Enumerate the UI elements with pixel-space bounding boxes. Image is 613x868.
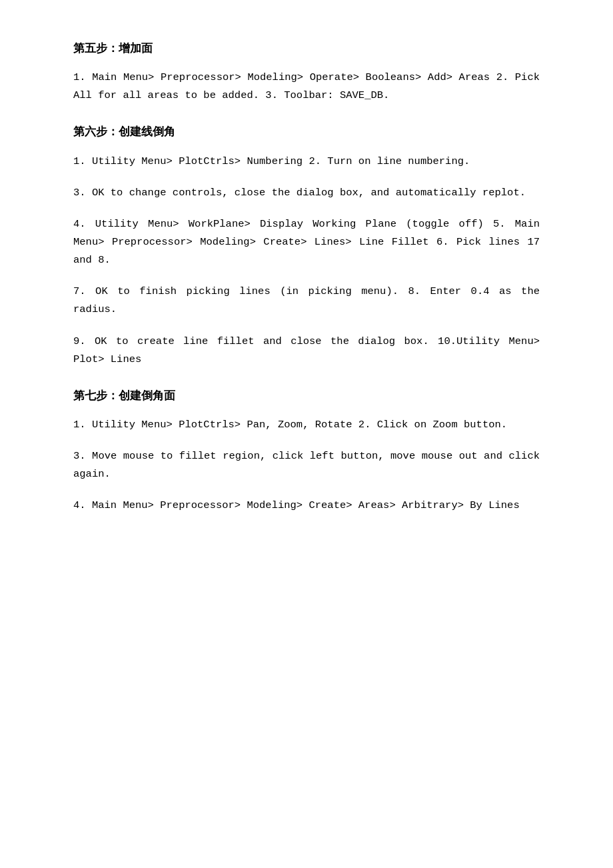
paragraph-step6-1: 3. OK to change controls, close the dial… [73, 184, 540, 202]
page-content: 第五步：增加面1. Main Menu> Preprocessor> Model… [73, 40, 540, 515]
paragraph-step6-0: 1. Utility Menu> PlotCtrls> Numbering 2.… [73, 153, 540, 171]
paragraph-step6-2: 4. Utility Menu> WorkPlane> Display Work… [73, 215, 540, 269]
paragraph-step5-0: 1. Main Menu> Preprocessor> Modeling> Op… [73, 69, 540, 105]
section-title-step6: 第六步：创建线倒角 [73, 123, 540, 141]
section-title-step7: 第七步：创建倒角面 [73, 387, 540, 405]
section-step7: 第七步：创建倒角面1. Utility Menu> PlotCtrls> Pan… [73, 387, 540, 515]
paragraph-step7-0: 1. Utility Menu> PlotCtrls> Pan, Zoom, R… [73, 416, 540, 434]
paragraph-step7-1: 3. Move mouse to fillet region, click le… [73, 447, 540, 483]
paragraph-step6-3: 7. OK to finish picking lines (in pickin… [73, 283, 540, 319]
paragraph-step6-4: 9. OK to create line fillet and close th… [73, 333, 540, 369]
section-step6: 第六步：创建线倒角1. Utility Menu> PlotCtrls> Num… [73, 123, 540, 368]
section-step5: 第五步：增加面1. Main Menu> Preprocessor> Model… [73, 40, 540, 105]
paragraph-step7-2: 4. Main Menu> Preprocessor> Modeling> Cr… [73, 497, 540, 515]
section-title-step5: 第五步：增加面 [73, 40, 540, 58]
